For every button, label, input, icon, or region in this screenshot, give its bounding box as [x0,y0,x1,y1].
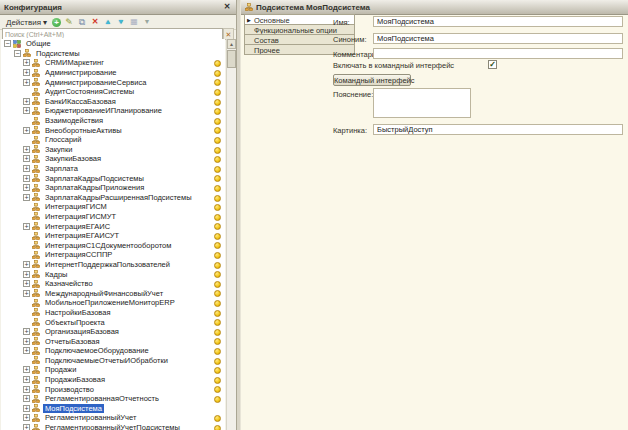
tree-item[interactable]: +ОрганизацияБазовая [1,327,225,337]
expand-icon[interactable]: + [23,271,30,278]
tree-item-label: РегламентированныйУчетПодсистемы [43,423,182,430]
name-field[interactable] [373,16,623,27]
expand-icon[interactable]: + [23,155,30,162]
properties-icon[interactable]: ▦ [129,17,139,27]
tree-item[interactable]: +Зарплата [1,164,225,174]
tree-item-label: ЗарплатаКадрыРасширеннаяПодсистемы [43,193,194,202]
filter-icon[interactable]: ▼ [142,17,152,27]
actions-menu-button[interactable]: Действия ▾ [4,18,49,27]
tree-item[interactable]: +Закупки [1,145,225,155]
expand-icon[interactable]: + [23,127,30,134]
tree-item[interactable]: ИнтеграцияГИСМУТ [1,212,225,222]
collapse-icon[interactable]: − [14,50,21,57]
tree-item[interactable]: +ЗарплатаКадрыПодсистемы [1,173,225,183]
tree-item[interactable]: +ЗакупкиБазовая [1,154,225,164]
move-up-icon[interactable]: ▲ [103,17,113,27]
modified-dot-icon [214,89,221,96]
expand-icon[interactable]: + [23,386,30,393]
tree-scrollbar[interactable]: ▲ [226,39,236,430]
tree-item[interactable]: +РегламентированнаяОтчетность [1,394,225,404]
tree-item[interactable]: +Производство [1,384,225,394]
tree-item[interactable]: ИнтеграцияЕГАИСУТ [1,231,225,241]
expand-icon[interactable]: + [23,414,30,421]
tree-item[interactable]: +БюджетированиеИПланирование [1,106,225,116]
tree-item[interactable]: +Казначейство [1,279,225,289]
close-icon[interactable]: ✕ [222,2,232,12]
move-down-icon[interactable]: ▼ [116,17,126,27]
synonym-field[interactable] [373,33,623,44]
command-interface-button[interactable]: Командный интерфейс [333,74,411,86]
add-icon[interactable]: + [52,18,61,27]
tree-item[interactable]: ПодключаемыеОтчетыИОбработки [1,356,225,366]
expand-icon[interactable]: + [23,376,30,383]
scrollbar-thumb[interactable] [227,50,236,68]
expand-icon[interactable]: + [23,107,30,114]
subsystem-icon [32,136,40,144]
tree-item[interactable]: +ИнтернетПоддержкаПользователей [1,260,225,270]
tree-item[interactable]: МобильноеПриложениеМониторERP [1,298,225,308]
expand-icon[interactable]: + [23,261,30,268]
tree-item[interactable]: +Кадры [1,269,225,279]
expand-icon[interactable]: + [23,290,30,297]
tree-item[interactable]: +Администрирование [1,68,225,78]
delete-icon[interactable]: ✕ [90,17,100,27]
tree-item[interactable]: НастройкиБазовая [1,308,225,318]
expand-icon[interactable]: + [23,184,30,191]
subsystem-tree-items: +CRMИМаркетинг+Администрирование+Админис… [1,58,225,430]
explanation-field[interactable] [373,88,471,118]
edit-pencil-icon[interactable]: ✎ [64,17,74,27]
tree-item[interactable]: +РегламентированныйУчет [1,413,225,423]
modified-dot-icon [214,223,221,230]
expand-icon[interactable]: + [23,223,30,230]
tree-item[interactable]: +ОтчетыБазовая [1,336,225,346]
scroll-up-icon[interactable]: ▲ [227,39,236,49]
expand-icon[interactable]: + [23,338,30,345]
expand-icon[interactable]: + [23,280,30,287]
tree-item[interactable]: ИнтеграцияС1СДокументооборотом [1,240,225,250]
tab-label: Прочее [254,46,280,55]
tree-item[interactable]: ИнтеграцияГИСМ [1,202,225,212]
tree-item[interactable]: +АдминистрированиеСервиса [1,77,225,87]
tree-item[interactable]: Взаимодействия [1,116,225,126]
tree-item-label: РегламентированныйУчет [43,413,138,422]
modified-dot-icon [214,281,221,288]
expand-icon[interactable]: + [23,69,30,76]
expand-icon[interactable]: + [23,328,30,335]
tree-item[interactable]: АудитСостоянияСистемы [1,87,225,97]
tree-item[interactable]: Глоссарий [1,135,225,145]
tree-item[interactable]: ОбъектыПроекта [1,317,225,327]
expand-icon[interactable]: + [23,59,30,66]
expand-icon[interactable]: + [23,347,30,354]
tree-item[interactable]: +ЗарплатаКадрыПриложения [1,183,225,193]
tree-item-label: ИнтеграцияЕГАИС [43,222,112,231]
copy-icon[interactable]: ⧉ [77,17,87,27]
tree-item[interactable]: +ПродажиБазовая [1,375,225,385]
tree-item[interactable]: +ИнтеграцияЕГАИС [1,221,225,231]
tree-item[interactable]: +ЗарплатаКадрыРасширеннаяПодсистемы [1,193,225,203]
include-command-interface-checkbox[interactable]: ✓ [488,60,497,69]
tree-item[interactable]: +МеждународныйФинансовыйУчет [1,288,225,298]
tree-item[interactable]: ИнтеграцияССППР [1,250,225,260]
picture-field[interactable] [373,124,623,135]
tree-item[interactable]: +CRMИМаркетинг [1,58,225,68]
expand-icon[interactable]: + [23,424,30,430]
tree-item-root[interactable]: − Общие [1,39,225,49]
comment-field[interactable] [373,48,623,59]
expand-icon[interactable]: + [23,98,30,105]
tree-item[interactable]: +Продажи [1,365,225,375]
expand-icon[interactable]: + [23,366,30,373]
tree-item[interactable]: +БанкИКассаБазовая [1,97,225,107]
expand-icon[interactable]: + [23,146,30,153]
tree-item-subsystems-group[interactable]: − Подсистемы [1,49,225,59]
collapse-icon[interactable]: − [4,40,11,47]
expand-icon[interactable]: + [23,175,30,182]
tree-item[interactable]: +ВнеоборотныеАктивы [1,125,225,135]
expand-icon[interactable]: + [23,405,30,412]
expand-icon[interactable]: + [23,194,30,201]
expand-icon[interactable]: + [23,79,30,86]
tree-item[interactable]: +ПодключаемоеОборудование [1,346,225,356]
tree-item[interactable]: +РегламентированныйУчетПодсистемы [1,423,225,430]
expand-icon[interactable]: + [23,395,30,402]
expand-icon[interactable]: + [23,165,30,172]
tree-item[interactable]: +МояПодсистема [1,404,225,414]
